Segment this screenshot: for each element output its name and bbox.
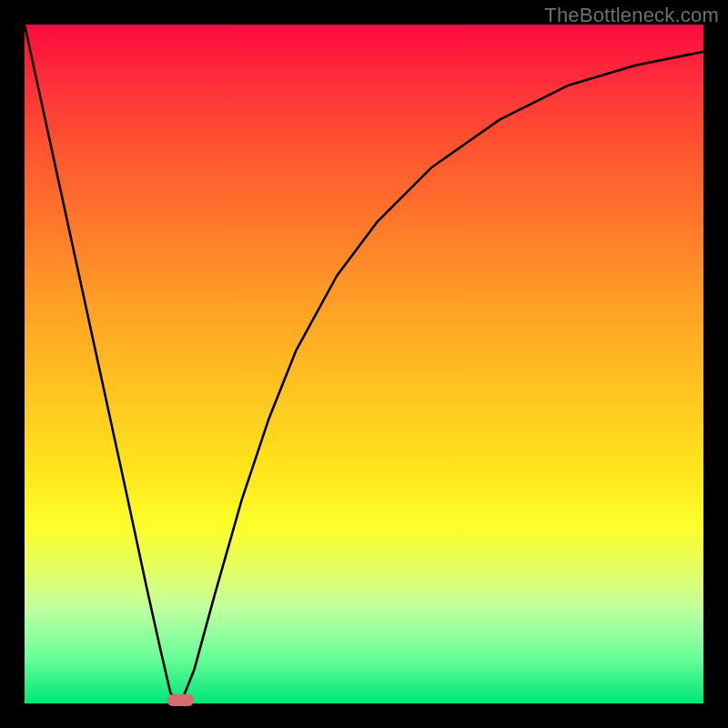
watermark-text: TheBottleneck.com xyxy=(544,4,719,27)
chart-frame: TheBottleneck.com xyxy=(0,0,728,728)
bottleneck-curve xyxy=(25,25,703,703)
plot-area xyxy=(25,25,703,703)
bottleneck-marker xyxy=(167,694,195,706)
